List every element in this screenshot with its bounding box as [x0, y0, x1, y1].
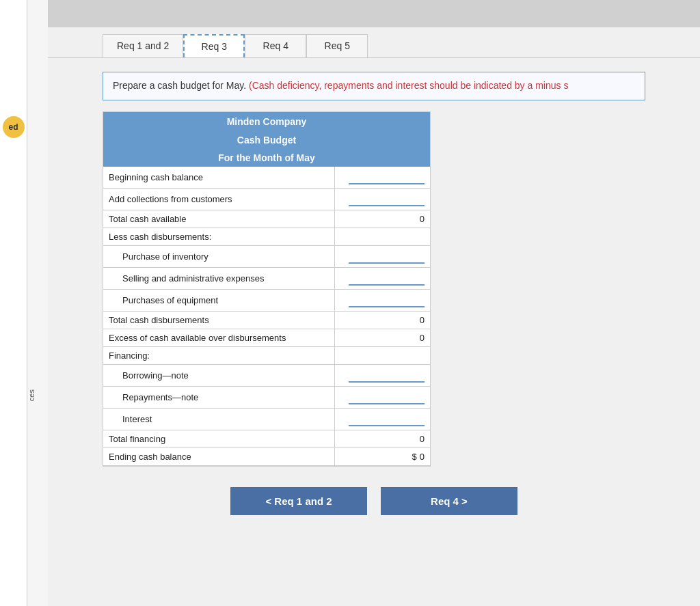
row-label-borrowing_note: Borrowing—note: [103, 364, 335, 386]
value-display-total_cash_disbursements: 0: [420, 315, 425, 325]
bottom-nav: < Req 1 and 2 Req 4 >: [103, 473, 645, 529]
row-value-ending_cash_balance: $0: [335, 447, 430, 465]
row-label-add_collections: Add collections from customers: [103, 188, 335, 210]
value-display-ending_cash_balance: 0: [420, 452, 425, 462]
table-row: Total financing0: [103, 430, 430, 447]
row-value-total_cash_available: 0: [335, 210, 430, 228]
table-row: Repayments—note: [103, 386, 430, 408]
row-value-total_cash_disbursements: 0: [335, 311, 430, 329]
row-value-beginning_cash[interactable]: [335, 167, 430, 189]
row-label-total_financing: Total financing: [103, 430, 335, 447]
row-label-beginning_cash: Beginning cash balance: [103, 167, 335, 189]
table-row: Beginning cash balance: [103, 167, 430, 189]
row-label-excess_cash: Excess of cash available over disburseme…: [103, 329, 335, 346]
instruction-red: (Cash deficiency, repayments and interes…: [246, 80, 568, 91]
input-borrowing_note[interactable]: [349, 368, 425, 383]
input-purchase_inventory[interactable]: [349, 249, 425, 264]
tab-row: Req 1 and 2 Req 3 Req 4 Req 5: [48, 27, 700, 58]
value-display-total_cash_available: 0: [420, 214, 425, 224]
row-value-less_cash_disbursements: [335, 228, 430, 245]
row-value-total_financing: 0: [335, 430, 430, 447]
tab-req1and2[interactable]: Req 1 and 2: [103, 34, 183, 57]
dollar-sign-ending_cash_balance: $: [412, 452, 417, 462]
table-row: Selling and administrative expenses: [103, 267, 430, 289]
input-selling_admin[interactable]: [349, 271, 425, 286]
sidebar-label-ces: ces: [27, 389, 48, 401]
left-sidebar: ed: [0, 0, 27, 606]
prev-button[interactable]: < Req 1 and 2: [230, 487, 367, 515]
row-label-interest: Interest: [103, 408, 335, 430]
tab-req4[interactable]: Req 4: [245, 34, 306, 57]
table-row: Borrowing—note: [103, 364, 430, 386]
budget-period: For the Month of May: [103, 149, 430, 167]
row-value-excess_cash: 0: [335, 329, 430, 346]
row-value-add_collections[interactable]: [335, 188, 430, 210]
main-content: Req 1 and 2 Req 3 Req 4 Req 5 Prepare a …: [48, 0, 700, 606]
table-row: Total cash available0: [103, 210, 430, 228]
tab-req5[interactable]: Req 5: [306, 34, 368, 57]
content-area: Prepare a cash budget for May. (Cash def…: [48, 58, 700, 606]
company-name: Minden Company: [103, 112, 430, 131]
budget-title: Cash Budget: [103, 131, 430, 149]
input-purchases_equipment[interactable]: [349, 293, 425, 307]
table-row: Purchase of inventory: [103, 245, 430, 267]
table-row: Less cash disbursements:: [103, 228, 430, 245]
avatar: ed: [3, 116, 25, 138]
row-label-purchase_inventory: Purchase of inventory: [103, 245, 335, 267]
next-button[interactable]: Req 4 >: [381, 487, 517, 515]
input-repayments_note[interactable]: [349, 390, 425, 404]
row-value-purchase_inventory[interactable]: [335, 245, 430, 267]
row-value-financing: [335, 346, 430, 364]
table-row: Add collections from customers: [103, 188, 430, 210]
row-label-financing: Financing:: [103, 346, 335, 364]
row-label-ending_cash_balance: Ending cash balance: [103, 447, 335, 465]
table-row: Interest: [103, 408, 430, 430]
top-bar: [48, 0, 700, 27]
row-label-purchases_equipment: Purchases of equipment: [103, 289, 335, 311]
row-value-repayments_note[interactable]: [335, 386, 430, 408]
input-interest[interactable]: [349, 412, 425, 426]
input-add_collections[interactable]: [349, 192, 425, 206]
row-value-selling_admin[interactable]: [335, 267, 430, 289]
instruction-prefix: Prepare a cash budget for May.: [113, 80, 246, 91]
row-value-purchases_equipment[interactable]: [335, 289, 430, 311]
row-label-repayments_note: Repayments—note: [103, 386, 335, 408]
budget-container: Minden Company Cash Budget For the Month…: [103, 111, 431, 467]
table-row: Total cash disbursements0: [103, 311, 430, 329]
row-label-less_cash_disbursements: Less cash disbursements:: [103, 228, 335, 245]
tab-req3[interactable]: Req 3: [183, 34, 245, 57]
table-row: Excess of cash available over disburseme…: [103, 329, 430, 346]
table-row: Purchases of equipment: [103, 289, 430, 311]
instruction-box: Prepare a cash budget for May. (Cash def…: [103, 72, 645, 100]
input-beginning_cash[interactable]: [349, 170, 425, 184]
table-row: Ending cash balance$0: [103, 447, 430, 465]
row-label-selling_admin: Selling and administrative expenses: [103, 267, 335, 289]
budget-table: Beginning cash balanceAdd collections fr…: [103, 167, 430, 466]
value-display-total_financing: 0: [420, 434, 425, 444]
row-value-borrowing_note[interactable]: [335, 364, 430, 386]
row-label-total_cash_available: Total cash available: [103, 210, 335, 228]
row-label-total_cash_disbursements: Total cash disbursements: [103, 311, 335, 329]
row-value-interest[interactable]: [335, 408, 430, 430]
table-row: Financing:: [103, 346, 430, 364]
value-display-excess_cash: 0: [420, 333, 425, 343]
